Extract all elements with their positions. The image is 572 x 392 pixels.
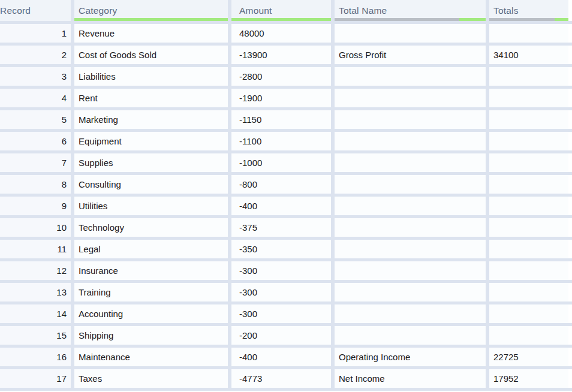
column-fill-indicator [335,18,486,21]
cell-totalname[interactable] [335,197,489,215]
row-number-cell[interactable]: 10 [0,218,74,237]
cell-amount[interactable]: -400 [231,348,335,366]
row-number-cell[interactable]: 6 [0,132,74,150]
cell-category[interactable]: Supplies [74,153,231,172]
cell-totalname[interactable]: Operating Income [335,348,489,366]
cell-amount[interactable]: -800 [231,175,335,194]
cell-category[interactable]: Technology [74,218,231,237]
cell-totals[interactable]: 22725 [489,348,568,366]
cell-totals[interactable] [489,132,568,150]
cell-amount[interactable]: -1900 [231,89,335,107]
cell-totals[interactable] [489,110,568,129]
cell-totals[interactable]: 17952 [489,369,568,388]
cell-totalname[interactable]: Net Income [335,369,489,388]
cell-amount[interactable]: -350 [231,240,335,258]
cell-totals[interactable] [489,283,568,301]
cell-amount[interactable]: -2800 [231,67,335,86]
row-number-cell[interactable]: 11 [0,240,74,258]
cell-totalname[interactable] [335,218,489,237]
row-number-cell[interactable]: 4 [0,89,74,107]
column-header-category[interactable]: Category [74,0,231,21]
row-number-cell[interactable]: 5 [0,110,74,129]
cell-totals[interactable] [489,175,568,194]
cell-category[interactable]: Cost of Goods Sold [74,46,231,64]
cell-totalname[interactable]: Gross Profit [335,46,489,64]
row-number-cell[interactable]: 13 [0,283,74,301]
cell-totals[interactable] [489,89,568,107]
cell-category[interactable]: Utilities [74,197,231,215]
cell-totalname[interactable] [335,261,489,280]
column-fill-indicator [489,18,568,21]
cell-category[interactable]: Accounting [74,304,231,323]
cell-category[interactable]: Taxes [74,369,231,388]
cell-amount[interactable]: -200 [231,326,335,345]
cell-totalname[interactable] [335,110,489,129]
cell-totalname[interactable] [335,132,489,150]
row-number-cell[interactable]: 2 [0,46,74,64]
table-body: 1Revenue480002Cost of Goods Sold-13900Gr… [0,24,572,391]
cell-category[interactable]: Insurance [74,261,231,280]
cell-category[interactable]: Revenue [74,24,231,43]
table-row: 4Rent-1900 [0,89,572,110]
row-number-cell[interactable]: 15 [0,326,74,345]
table-row: 14Accounting-300 [0,304,572,326]
table-row: 15Shipping-200 [0,326,572,348]
cell-totalname[interactable] [335,283,489,301]
cell-category[interactable]: Marketing [74,110,231,129]
cell-amount[interactable]: -13900 [231,46,335,64]
row-number-cell[interactable]: 14 [0,304,74,323]
row-number-cell[interactable]: 8 [0,175,74,194]
column-header-record[interactable]: Record [0,0,74,21]
cell-totals[interactable] [489,240,568,258]
cell-category[interactable]: Shipping [74,326,231,345]
cell-totals[interactable] [489,218,568,237]
cell-category[interactable]: Rent [74,89,231,107]
cell-amount[interactable]: -300 [231,261,335,280]
column-header-total-name[interactable]: Total Name [335,0,489,21]
cell-category[interactable]: Legal [74,240,231,258]
cell-amount[interactable]: -1150 [231,110,335,129]
row-number-cell[interactable]: 12 [0,261,74,280]
cell-category[interactable]: Training [74,283,231,301]
cell-totals[interactable]: 34100 [489,46,568,64]
cell-totalname[interactable] [335,304,489,323]
cell-totals[interactable] [489,197,568,215]
cell-amount[interactable]: 48000 [231,24,335,43]
table-row: 10Technology-375 [0,218,572,240]
cell-totals[interactable] [489,67,568,86]
row-number-cell[interactable]: 3 [0,67,74,86]
cell-totals[interactable] [489,326,568,345]
cell-category[interactable]: Liabilities [74,67,231,86]
column-header-amount[interactable]: Amount [231,0,335,21]
cell-totals[interactable] [489,304,568,323]
cell-totals[interactable] [489,24,568,43]
cell-amount[interactable]: -4773 [231,369,335,388]
row-number-cell[interactable]: 16 [0,348,74,366]
cell-amount[interactable]: -400 [231,197,335,215]
cell-totalname[interactable] [335,67,489,86]
cell-totals[interactable] [489,261,568,280]
table-row: 2Cost of Goods Sold-13900Gross Profit341… [0,46,572,67]
cell-category[interactable]: Equipment [74,132,231,150]
column-header-label: Amount [239,5,272,16]
cell-totalname[interactable] [335,89,489,107]
column-header-totals[interactable]: Totals [489,0,568,21]
cell-amount[interactable]: -300 [231,283,335,301]
cell-amount[interactable]: -375 [231,218,335,237]
cell-category[interactable]: Maintenance [74,348,231,366]
cell-totalname[interactable] [335,175,489,194]
cell-amount[interactable]: -1000 [231,153,335,172]
row-number-cell[interactable]: 17 [0,369,74,388]
cell-totalname[interactable] [335,240,489,258]
cell-amount[interactable]: -300 [231,304,335,323]
row-number-cell[interactable]: 9 [0,197,74,215]
row-number-cell[interactable]: 1 [0,24,74,43]
cell-totalname[interactable] [335,24,489,43]
cell-category[interactable]: Consulting [74,175,231,194]
cell-totalname[interactable] [335,153,489,172]
cell-totalname[interactable] [335,326,489,345]
column-fill-indicator [74,18,228,21]
cell-amount[interactable]: -1100 [231,132,335,150]
cell-totals[interactable] [489,153,568,172]
row-number-cell[interactable]: 7 [0,153,74,172]
